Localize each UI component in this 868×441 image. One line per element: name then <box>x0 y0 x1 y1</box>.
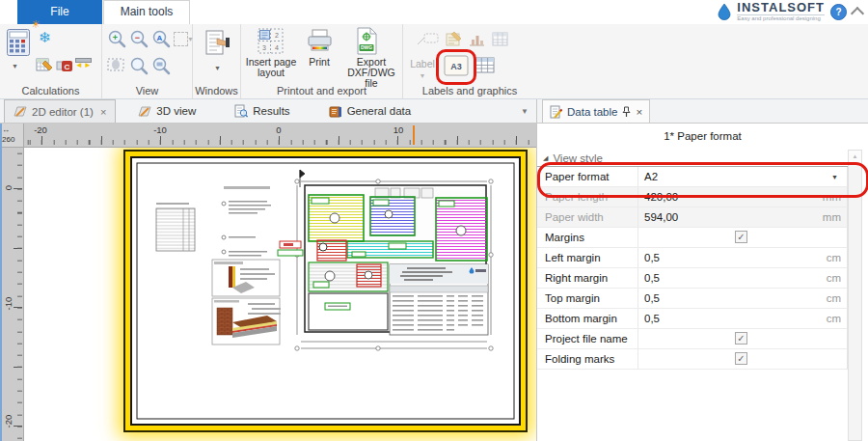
paper-sheet[interactable] <box>130 156 521 426</box>
property-row-top-margin[interactable]: Top margin0,5cm <box>537 289 848 309</box>
property-value-cell[interactable]: ✓ <box>637 228 847 247</box>
checkbox[interactable]: ✓ <box>735 332 747 345</box>
property-label: Top margin <box>537 289 637 308</box>
collapse-ribbon-icon[interactable] <box>851 7 864 20</box>
help-icon[interactable]: ? <box>830 4 847 20</box>
v-ruler-label: -20 <box>3 412 14 431</box>
sun-icon: ☀ <box>31 18 41 31</box>
label-button[interactable]: Label ▼ <box>405 59 440 80</box>
brand-area: INSTALSOFT Easy and professional designi… <box>718 2 862 21</box>
brand-tagline: Easy and professional designing <box>737 14 825 21</box>
property-row-bottom-margin[interactable]: Bottom margin0,5cm <box>537 309 848 329</box>
zoom-window-icon[interactable] <box>151 56 171 77</box>
property-row-right-margin[interactable]: Right margin0,5cm <box>537 268 848 289</box>
panel-tab-strip: Data table × <box>537 99 868 124</box>
zoom-in-icon[interactable]: + <box>107 29 126 50</box>
panel-header-title: 1* Paper format <box>537 124 868 150</box>
tab-results[interactable]: Results <box>226 99 298 123</box>
export-dwg-icon[interactable]: DWG <box>355 27 379 57</box>
checkbox[interactable]: ✓ <box>735 352 747 365</box>
dimension-tool-icon[interactable]: ◄► <box>75 58 93 69</box>
zoom-all-icon[interactable]: A <box>151 29 171 50</box>
svg-text:DWG: DWG <box>361 44 372 50</box>
ruler-corner-value: 260 <box>2 135 23 145</box>
calculator-icon[interactable] <box>6 28 31 59</box>
group-label: Printout and export <box>241 85 402 96</box>
snowflake-icon: ❄ <box>39 29 51 46</box>
property-label: Paper width <box>537 207 637 227</box>
print-button[interactable]: Print <box>297 57 341 68</box>
checkbox[interactable]: ✓ <box>735 231 747 243</box>
edit-note-icon[interactable] <box>446 31 462 49</box>
value-text: 0,5 <box>644 272 660 284</box>
property-label: Right margin <box>537 268 637 288</box>
grid-graphic-icon[interactable] <box>492 31 508 49</box>
label-dropdown-icon[interactable]: ▼ <box>420 72 426 79</box>
tab-general-data[interactable]: General data <box>320 99 420 123</box>
property-value-cell[interactable]: 0,5cm <box>637 289 847 308</box>
windows-icon[interactable] <box>204 29 231 60</box>
ruler-corner[interactable]: ↔ 260 <box>0 124 24 148</box>
general-data-icon <box>329 105 342 118</box>
calculations-dropdown-icon[interactable]: ▼ <box>12 63 18 70</box>
zoom-previous-icon[interactable] <box>129 56 149 77</box>
2d-editor-icon <box>14 105 27 118</box>
edit-results-table-icon[interactable] <box>36 56 53 75</box>
tab-data-table[interactable]: Data table × <box>542 99 650 123</box>
property-value-cell[interactable]: 0,5cm <box>637 309 847 328</box>
brand-name: INSTALSOFT <box>737 2 825 14</box>
selection-area-icon[interactable] <box>174 32 188 46</box>
chart-icon[interactable] <box>469 31 485 49</box>
h-ruler-label: -10 <box>153 124 167 135</box>
tab-3d-view[interactable]: 3D view <box>129 99 204 123</box>
pin-icon[interactable] <box>622 106 631 118</box>
property-row-margins[interactable]: Margins✓ <box>537 228 848 248</box>
windows-dropdown-icon[interactable]: ▼ <box>214 65 221 72</box>
print-icon[interactable] <box>307 29 333 55</box>
unit-label: cm <box>827 248 841 268</box>
property-value-cell[interactable]: 0,5cm <box>637 268 847 288</box>
unit-label: cm <box>827 268 841 289</box>
callout-label-icon[interactable] <box>417 32 440 48</box>
tab-main-tools[interactable]: Main tools <box>103 0 190 24</box>
property-row-paper-width[interactable]: Paper width594,00mm <box>537 207 848 228</box>
property-value-cell[interactable]: ✓ <box>637 349 847 369</box>
svg-text:3: 3 <box>262 44 266 51</box>
group-view: + − A ▼ View <box>102 24 193 98</box>
section-collapse-icon[interactable]: ◢ <box>543 154 548 162</box>
data-table-grid-icon[interactable] <box>475 56 495 76</box>
v-ruler-label: -10 <box>3 294 14 314</box>
window-left-edge <box>0 124 2 441</box>
floor-plan-drawing <box>132 158 519 424</box>
results-icon <box>234 104 248 118</box>
calculation-options-icon[interactable]: C <box>56 56 73 75</box>
property-value-cell[interactable]: 594,00mm <box>637 207 847 227</box>
zoom-out-icon[interactable]: − <box>129 29 149 50</box>
pan-icon[interactable] <box>107 56 124 75</box>
group-label: View <box>102 85 192 96</box>
close-panel-icon[interactable]: × <box>636 106 642 118</box>
check-icon: ✓ <box>737 353 745 364</box>
tab-2d-editor[interactable]: 2D editor (1) × <box>4 99 116 123</box>
property-value-cell[interactable]: ✓ <box>637 329 847 348</box>
ruler-corner-icon: ↔ <box>2 125 23 135</box>
group-printout-export: 234 Insert page layout Print DWG Export … <box>241 24 403 98</box>
property-row-folding-marks[interactable]: Folding marks✓ <box>537 349 848 370</box>
value-text: 594,00 <box>644 211 678 223</box>
horizontal-ruler[interactable]: -20 -10 0 10 <box>24 124 536 148</box>
property-row-project-file-name[interactable]: Project file name✓ <box>537 329 848 349</box>
insert-page-layout-icon[interactable]: 234 <box>258 28 284 56</box>
tab-list-dropdown-icon[interactable]: ▼ <box>521 107 536 116</box>
dimension-arrows: ◄► <box>75 63 93 69</box>
vertical-ruler[interactable]: 0 -10 -20 <box>0 148 24 441</box>
property-value-cell[interactable]: 0,5cm <box>637 248 847 267</box>
svg-text:4: 4 <box>275 44 279 51</box>
drawing-canvas[interactable] <box>24 148 536 441</box>
property-label: Folding marks <box>537 349 637 369</box>
insert-page-layout-button[interactable]: Insert page layout <box>243 57 299 78</box>
group-windows: ▼ Windows <box>193 24 241 98</box>
svg-text:C: C <box>65 63 70 71</box>
property-row-left-margin[interactable]: Left margin0,5cm <box>537 248 848 268</box>
svg-text:2: 2 <box>275 32 279 39</box>
close-tab-icon[interactable]: × <box>100 106 106 118</box>
